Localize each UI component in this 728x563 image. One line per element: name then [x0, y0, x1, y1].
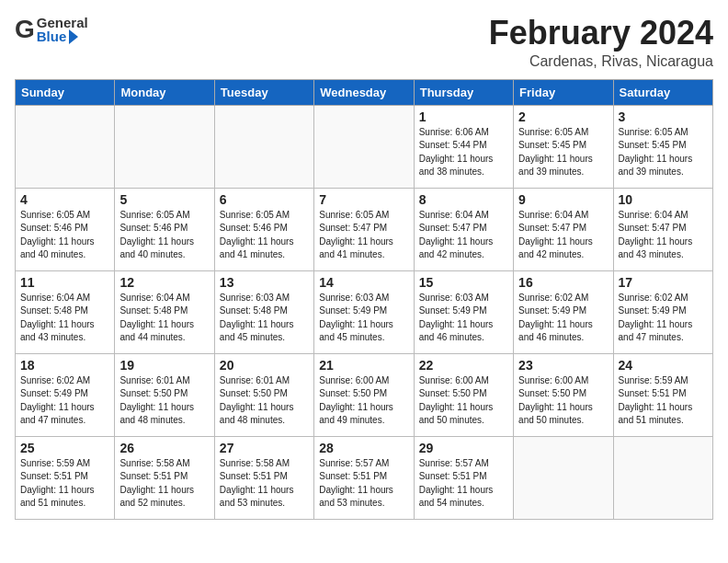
calendar-cell: 18Sunrise: 6:02 AMSunset: 5:49 PMDayligh…: [16, 353, 115, 436]
day-number: 1: [419, 109, 508, 124]
calendar-cell: 3Sunrise: 6:05 AMSunset: 5:45 PMDaylight…: [613, 105, 712, 188]
calendar-cell: 26Sunrise: 5:58 AMSunset: 5:51 PMDayligh…: [115, 436, 214, 519]
cell-info: Sunrise: 6:05 AMSunset: 5:47 PMDaylight:…: [319, 209, 408, 262]
day-number: 26: [119, 441, 209, 455]
calendar-cell: 12Sunrise: 6:04 AMSunset: 5:48 PMDayligh…: [115, 270, 214, 353]
calendar-cell: 6Sunrise: 6:05 AMSunset: 5:46 PMDaylight…: [214, 188, 313, 270]
calendar-week-row: 4Sunrise: 6:05 AMSunset: 5:46 PMDaylight…: [16, 188, 713, 270]
calendar-day-header: Saturday: [613, 79, 712, 105]
calendar-cell: 19Sunrise: 6:01 AMSunset: 5:50 PMDayligh…: [115, 353, 214, 436]
day-number: 21: [319, 358, 408, 373]
calendar-cell: 28Sunrise: 5:57 AMSunset: 5:51 PMDayligh…: [314, 436, 414, 519]
calendar-cell: [214, 105, 313, 188]
cell-info: Sunrise: 6:05 AMSunset: 5:46 PMDaylight:…: [220, 209, 309, 262]
cell-info: Sunrise: 6:04 AMSunset: 5:47 PMDaylight:…: [518, 209, 608, 262]
cell-info: Sunrise: 6:01 AMSunset: 5:50 PMDaylight:…: [220, 374, 309, 428]
cell-info: Sunrise: 6:05 AMSunset: 5:46 PMDaylight:…: [20, 209, 109, 262]
day-number: 16: [518, 275, 608, 290]
logo-g-letter: G: [15, 15, 35, 44]
calendar-cell: [16, 105, 115, 188]
calendar-cell: [613, 436, 712, 519]
calendar-cell: 24Sunrise: 5:59 AMSunset: 5:51 PMDayligh…: [613, 353, 712, 436]
cell-info: Sunrise: 6:04 AMSunset: 5:48 PMDaylight:…: [119, 292, 209, 345]
calendar-cell: 2Sunrise: 6:05 AMSunset: 5:45 PMDaylight…: [514, 105, 613, 188]
calendar-day-header: Monday: [115, 79, 214, 105]
cell-info: Sunrise: 5:59 AMSunset: 5:51 PMDaylight:…: [20, 457, 109, 511]
calendar-cell: 14Sunrise: 6:03 AMSunset: 5:49 PMDayligh…: [314, 270, 414, 353]
calendar-cell: 4Sunrise: 6:05 AMSunset: 5:46 PMDaylight…: [16, 188, 115, 270]
day-number: 4: [20, 192, 109, 207]
day-number: 29: [419, 441, 508, 455]
cell-info: Sunrise: 5:58 AMSunset: 5:51 PMDaylight:…: [119, 457, 209, 511]
day-number: 10: [619, 192, 708, 207]
calendar-week-row: 25Sunrise: 5:59 AMSunset: 5:51 PMDayligh…: [16, 436, 713, 519]
cell-info: Sunrise: 6:00 AMSunset: 5:50 PMDaylight:…: [319, 374, 408, 428]
cell-info: Sunrise: 5:57 AMSunset: 5:51 PMDaylight:…: [319, 457, 408, 511]
cell-info: Sunrise: 6:06 AMSunset: 5:44 PMDaylight:…: [419, 126, 508, 179]
day-number: 9: [518, 192, 608, 207]
cell-info: Sunrise: 6:05 AMSunset: 5:46 PMDaylight:…: [119, 209, 209, 262]
day-number: 7: [319, 192, 408, 207]
cell-info: Sunrise: 6:00 AMSunset: 5:50 PMDaylight:…: [518, 374, 608, 428]
calendar-day-header: Wednesday: [314, 79, 414, 105]
calendar-cell: 8Sunrise: 6:04 AMSunset: 5:47 PMDaylight…: [414, 188, 513, 270]
day-number: 13: [220, 275, 309, 290]
calendar-cell: 10Sunrise: 6:04 AMSunset: 5:47 PMDayligh…: [613, 188, 712, 270]
cell-info: Sunrise: 6:03 AMSunset: 5:48 PMDaylight:…: [220, 292, 309, 345]
cell-info: Sunrise: 6:03 AMSunset: 5:49 PMDaylight:…: [319, 292, 408, 345]
cell-info: Sunrise: 6:04 AMSunset: 5:47 PMDaylight:…: [619, 209, 708, 262]
day-number: 18: [20, 358, 109, 373]
calendar-week-row: 18Sunrise: 6:02 AMSunset: 5:49 PMDayligh…: [16, 353, 713, 436]
logo: G General Blue: [15, 15, 88, 44]
calendar-cell: 11Sunrise: 6:04 AMSunset: 5:48 PMDayligh…: [16, 270, 115, 353]
calendar-cell: 21Sunrise: 6:00 AMSunset: 5:50 PMDayligh…: [314, 353, 414, 436]
day-number: 20: [220, 358, 309, 373]
cell-info: Sunrise: 5:58 AMSunset: 5:51 PMDaylight:…: [220, 457, 309, 511]
calendar-cell: 5Sunrise: 6:05 AMSunset: 5:46 PMDaylight…: [115, 188, 214, 270]
calendar-week-row: 11Sunrise: 6:04 AMSunset: 5:48 PMDayligh…: [16, 270, 713, 353]
calendar-cell: 13Sunrise: 6:03 AMSunset: 5:48 PMDayligh…: [214, 270, 313, 353]
cell-info: Sunrise: 6:04 AMSunset: 5:47 PMDaylight:…: [419, 209, 508, 262]
calendar-day-header: Tuesday: [214, 79, 313, 105]
cell-info: Sunrise: 6:02 AMSunset: 5:49 PMDaylight:…: [518, 292, 608, 345]
day-number: 23: [518, 358, 608, 373]
calendar-cell: 17Sunrise: 6:02 AMSunset: 5:49 PMDayligh…: [613, 270, 712, 353]
day-number: 19: [119, 358, 209, 373]
day-number: 17: [619, 275, 708, 290]
logo-blue-text: Blue: [37, 29, 67, 43]
cell-info: Sunrise: 6:05 AMSunset: 5:45 PMDaylight:…: [518, 126, 608, 179]
calendar-cell: [314, 105, 414, 188]
calendar-cell: 25Sunrise: 5:59 AMSunset: 5:51 PMDayligh…: [16, 436, 115, 519]
day-number: 2: [518, 109, 608, 124]
calendar-day-header: Sunday: [16, 79, 115, 105]
day-number: 22: [419, 358, 508, 373]
calendar-cell: 27Sunrise: 5:58 AMSunset: 5:51 PMDayligh…: [214, 436, 313, 519]
day-number: 27: [220, 441, 309, 455]
location-title: Cardenas, Rivas, Nicaragua: [489, 53, 713, 70]
cell-info: Sunrise: 5:59 AMSunset: 5:51 PMDaylight:…: [619, 374, 708, 428]
calendar-cell: 1Sunrise: 6:06 AMSunset: 5:44 PMDaylight…: [414, 105, 513, 188]
cell-info: Sunrise: 6:02 AMSunset: 5:49 PMDaylight:…: [20, 374, 109, 428]
day-number: 6: [220, 192, 309, 207]
day-number: 12: [119, 275, 209, 290]
calendar-cell: [514, 436, 613, 519]
cell-info: Sunrise: 6:00 AMSunset: 5:50 PMDaylight:…: [419, 374, 508, 428]
calendar-cell: 20Sunrise: 6:01 AMSunset: 5:50 PMDayligh…: [214, 353, 313, 436]
calendar-cell: 29Sunrise: 5:57 AMSunset: 5:51 PMDayligh…: [414, 436, 513, 519]
day-number: 28: [319, 441, 408, 455]
calendar-cell: 23Sunrise: 6:00 AMSunset: 5:50 PMDayligh…: [514, 353, 613, 436]
calendar-header-row: SundayMondayTuesdayWednesdayThursdayFrid…: [16, 79, 713, 105]
day-number: 3: [619, 109, 708, 124]
day-number: 5: [119, 192, 209, 207]
day-number: 25: [20, 441, 109, 455]
calendar-cell: 16Sunrise: 6:02 AMSunset: 5:49 PMDayligh…: [514, 270, 613, 353]
calendar-cell: 9Sunrise: 6:04 AMSunset: 5:47 PMDaylight…: [514, 188, 613, 270]
day-number: 15: [419, 275, 508, 290]
calendar-week-row: 1Sunrise: 6:06 AMSunset: 5:44 PMDaylight…: [16, 105, 713, 188]
cell-info: Sunrise: 6:03 AMSunset: 5:49 PMDaylight:…: [419, 292, 508, 345]
calendar-cell: 22Sunrise: 6:00 AMSunset: 5:50 PMDayligh…: [414, 353, 513, 436]
calendar-cell: 7Sunrise: 6:05 AMSunset: 5:47 PMDaylight…: [314, 188, 414, 270]
month-title: February 2024: [489, 15, 713, 52]
cell-info: Sunrise: 6:05 AMSunset: 5:45 PMDaylight:…: [619, 126, 708, 179]
logo-general-text: General: [37, 16, 88, 29]
